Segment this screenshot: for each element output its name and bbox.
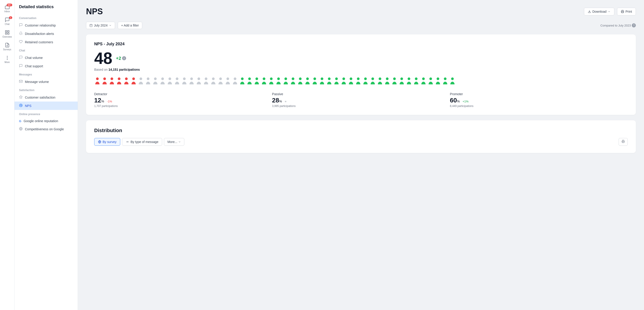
person-passive: [196, 77, 202, 86]
sidebar-item-customer-relationship[interactable]: Customer relationship: [14, 21, 78, 30]
person-promoter: [377, 77, 383, 86]
svg-point-23: [118, 78, 120, 80]
person-icon: [333, 77, 340, 85]
nps-label: NPS: [25, 104, 32, 108]
svg-point-54: [342, 78, 345, 80]
sidebar-item-overview[interactable]: Overview: [1, 28, 13, 40]
person-icon: [254, 77, 260, 85]
svg-point-8: [7, 56, 8, 57]
retained-customers-label: Retained customers: [25, 40, 53, 44]
svg-rect-16: [90, 24, 92, 27]
svg-point-59: [378, 78, 381, 80]
person-passive: [167, 77, 173, 86]
svg-point-64: [415, 78, 418, 80]
person-promoter: [340, 77, 347, 86]
person-promoter: [282, 77, 289, 86]
download-button[interactable]: Download: [584, 8, 614, 16]
by-type-label: By type of message: [130, 140, 158, 144]
sidebar-item-inbox[interactable]: 99+ Inbox: [1, 3, 13, 15]
svg-point-67: [436, 78, 439, 80]
svg-point-7: [7, 58, 8, 58]
svg-point-45: [277, 78, 280, 80]
sidebar-item-nps[interactable]: NPS: [14, 102, 78, 110]
tab-by-type-of-message[interactable]: By type of message: [122, 138, 162, 146]
svg-rect-4: [8, 33, 9, 34]
person-icon: [348, 77, 354, 85]
section-chat: Chat: [14, 46, 78, 54]
person-passive: [218, 77, 224, 86]
svg-point-27: [147, 78, 150, 80]
person-promoter: [348, 77, 354, 86]
sidebar-item-google-online-reputation[interactable]: G Google online reputation: [14, 117, 78, 125]
nps-score-row: 48 +2 i: [94, 50, 628, 66]
add-filter-button[interactable]: + Add a filter: [118, 22, 142, 29]
more-label: More: [4, 61, 10, 64]
person-promoter: [297, 77, 304, 86]
nps-info-icon[interactable]: i: [122, 56, 126, 60]
promoter-pct: 60: [450, 97, 457, 104]
by-message-type-icon: [126, 140, 129, 143]
person-promoter: [239, 77, 246, 86]
competitiveness-label: Competitiveness on Google: [25, 127, 64, 131]
svg-point-26: [140, 78, 142, 80]
tab-by-survey[interactable]: By survey: [94, 138, 120, 146]
svg-point-34: [198, 78, 200, 80]
compared-label: Compared to July 2023: [600, 24, 631, 27]
person-promoter: [246, 77, 253, 86]
sidebar-item-more[interactable]: More: [1, 54, 13, 65]
svg-point-43: [263, 78, 266, 80]
more-button[interactable]: More...: [164, 138, 184, 146]
sidebar-title: Detailed statistics: [14, 5, 78, 14]
person-icon: [218, 77, 224, 85]
sidebar-item-retained-customers[interactable]: Retained customers: [14, 38, 78, 46]
person-icon: [130, 77, 137, 85]
sidebar-item-message-volume[interactable]: Message volume: [14, 78, 78, 86]
promoter-participations: 8,449 participations: [450, 105, 628, 108]
svg-point-68: [444, 78, 446, 80]
section-messages: Messages: [14, 70, 78, 78]
nps-icon: [19, 104, 23, 108]
person-icon: [152, 77, 158, 85]
person-icon: [413, 77, 419, 85]
sidebar-item-surveys[interactable]: Surveys: [1, 41, 13, 53]
svg-rect-0: [5, 6, 9, 9]
customer-relationship-icon: [19, 23, 23, 28]
main-header: NPS Download Print: [86, 7, 636, 16]
person-icon: [116, 77, 122, 85]
person-icon: [138, 77, 144, 85]
sidebar-item-competitiveness-google[interactable]: Competitiveness on Google: [14, 125, 78, 133]
svg-point-55: [350, 78, 352, 80]
promoter-label: Promoter: [450, 92, 628, 96]
sidebar-item-chat-support[interactable]: Chat support: [14, 62, 78, 70]
compared-info-icon[interactable]: ?: [632, 23, 636, 28]
person-icon: [391, 77, 398, 85]
promoter-change: +1%: [462, 100, 468, 103]
person-icon: [362, 77, 369, 85]
person-detractor: [116, 77, 122, 86]
person-icon: [370, 77, 376, 85]
person-promoter: [312, 77, 318, 86]
date-filter[interactable]: July 2024: [86, 22, 115, 29]
section-conversation: Conversation: [14, 14, 78, 21]
page-title: NPS: [86, 7, 103, 16]
sidebar-item-chat-volume[interactable]: Chat volume: [14, 54, 78, 62]
sidebar-item-chat[interactable]: 1 Chat: [1, 16, 13, 27]
print-label: Print: [626, 10, 632, 13]
person-promoter: [398, 77, 405, 86]
people-visualization: [94, 77, 628, 86]
person-passive: [138, 77, 144, 86]
person-promoter: [355, 77, 362, 86]
sidebar-item-dissatisfaction-alerts[interactable]: Dissatisfaction alerts: [14, 30, 78, 38]
chat-volume-icon: [19, 56, 23, 60]
distribution-print-button[interactable]: [619, 138, 628, 146]
svg-rect-3: [5, 33, 6, 34]
person-icon: [174, 77, 180, 85]
sidebar-item-customer-satisfaction[interactable]: Customer satisfaction: [14, 93, 78, 102]
svg-point-35: [205, 78, 208, 80]
google-reputation-label: Google online reputation: [24, 119, 58, 123]
detractor-label: Detractor: [94, 92, 272, 96]
svg-point-50: [314, 78, 316, 80]
print-button[interactable]: Print: [617, 8, 636, 16]
svg-point-44: [270, 78, 273, 80]
person-promoter: [261, 77, 267, 86]
